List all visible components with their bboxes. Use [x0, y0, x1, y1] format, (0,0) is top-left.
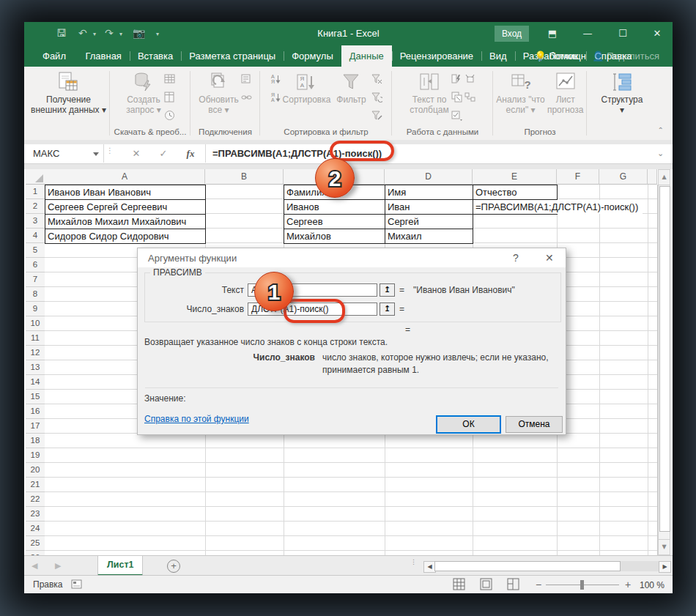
row-header-3[interactable]: 3: [26, 214, 45, 229]
ribbon-button[interactable]: Создатьзапрос ▾: [125, 71, 162, 115]
cell-D4[interactable]: Михаил: [385, 229, 473, 244]
consolidate-icon[interactable]: [464, 73, 475, 87]
cell-A1[interactable]: Иванов Иван Иванович: [45, 185, 206, 200]
zoom-slider-handle[interactable]: [580, 580, 584, 590]
ribbon-button[interactable]: Обновитьвсе ▾: [199, 71, 238, 115]
dialog-close-icon[interactable]: ✕: [545, 252, 554, 264]
ribbon-button[interactable]: Получениевнешних данных ▾: [31, 71, 106, 115]
ok-button[interactable]: ОК: [437, 416, 500, 433]
share-button[interactable]: 👤 Поделиться: [592, 45, 659, 67]
row-header-7[interactable]: 7: [26, 272, 45, 287]
enter-formula-icon[interactable]: ✓: [152, 144, 174, 163]
cell-E2[interactable]: =ПРАВСИМВ(A1;ДЛСТР(A1)-поиск()): [473, 199, 558, 215]
row-header-6[interactable]: 6: [26, 258, 45, 272]
hscroll-thumb[interactable]: [434, 561, 621, 571]
row-header-2[interactable]: 2: [26, 199, 45, 214]
cancel-button[interactable]: Отмена: [506, 416, 563, 433]
select-all-corner[interactable]: [26, 169, 45, 185]
vscroll-up-icon[interactable]: ▲: [659, 170, 670, 185]
expand-formula-bar-icon[interactable]: ⌄: [657, 149, 664, 158]
row-header-19[interactable]: 19: [26, 448, 45, 463]
cell-A3[interactable]: Михайлов Михаил Михайлович: [45, 214, 206, 229]
data-validation-icon[interactable]: [451, 110, 462, 124]
remove-duplicates-icon[interactable]: [451, 92, 462, 105]
field-picker-icon-1[interactable]: ↥: [380, 303, 395, 316]
row-header-11[interactable]: 11: [26, 331, 45, 346]
row-header-9[interactable]: 9: [26, 302, 45, 316]
recent-sources-icon[interactable]: [164, 110, 175, 124]
sheet-prev-icon[interactable]: ◀: [32, 556, 37, 576]
relationships-icon[interactable]: [464, 92, 475, 105]
cell-E1[interactable]: Отчество: [473, 185, 558, 200]
maximize-icon[interactable]: ☐: [612, 22, 634, 45]
cell-A4[interactable]: Сидоров Сидор Сидорович: [45, 229, 206, 244]
sheet-next-icon[interactable]: ▶: [55, 556, 61, 576]
edit-links-icon[interactable]: [241, 92, 252, 105]
vscroll-thumb[interactable]: [659, 186, 670, 532]
ribbon-display-options-icon[interactable]: ⬒: [541, 22, 563, 45]
ribbon-button[interactable]: Листпрогноза: [547, 71, 584, 115]
name-box[interactable]: МАКС: [27, 144, 104, 163]
row-header-23[interactable]: 23: [26, 507, 45, 522]
ribbon-tab-insert[interactable]: Вставка: [130, 45, 181, 67]
macro-record-icon[interactable]: [71, 579, 82, 593]
row-header-1[interactable]: 1: [26, 185, 45, 199]
flash-fill-icon[interactable]: [451, 73, 462, 87]
ribbon-button[interactable]: Структура▾: [601, 71, 643, 115]
row-header-13[interactable]: 13: [26, 360, 45, 375]
row-header-20[interactable]: 20: [26, 463, 45, 478]
cell-C4[interactable]: Михайлов: [284, 229, 385, 244]
hscroll-right-icon[interactable]: ▶: [659, 561, 671, 573]
zoom-in-icon[interactable]: +: [625, 579, 631, 590]
row-header-14[interactable]: 14: [26, 375, 45, 390]
column-header-F[interactable]: F: [557, 169, 599, 185]
function-help-link[interactable]: Справка по этой функции: [144, 414, 249, 424]
row-header-18[interactable]: 18: [26, 434, 45, 448]
field-picker-icon-0[interactable]: ↥: [380, 283, 395, 297]
row-header-21[interactable]: 21: [26, 478, 45, 492]
cell-A2[interactable]: Сергеев Сергей Сергеевич: [45, 199, 206, 215]
row-header-24[interactable]: 24: [26, 522, 45, 536]
ribbon-tab-view[interactable]: Вид: [481, 45, 515, 67]
page-layout-view-icon[interactable]: [480, 578, 492, 590]
page-break-view-icon[interactable]: [507, 578, 519, 590]
row-header-4[interactable]: 4: [26, 229, 45, 243]
add-sheet-icon[interactable]: +: [167, 560, 180, 573]
column-header-D[interactable]: D: [385, 169, 473, 185]
ribbon-tab-data[interactable]: Данные: [341, 45, 392, 67]
ribbon-tab-formulas[interactable]: Формулы: [284, 45, 341, 67]
column-header-A[interactable]: A: [45, 169, 205, 185]
formula-bar-handle[interactable]: ⋮: [106, 149, 114, 152]
row-header-22[interactable]: 22: [26, 492, 45, 507]
clear-filter-icon[interactable]: [371, 73, 382, 87]
collapse-ribbon-icon[interactable]: ⌃: [658, 126, 664, 134]
table-grid-icon[interactable]: [164, 73, 175, 87]
name-box-dropdown-icon[interactable]: [93, 152, 99, 156]
row-header-8[interactable]: 8: [26, 287, 45, 302]
cell-D3[interactable]: Сергей: [385, 214, 473, 229]
insert-function-icon[interactable]: fx: [179, 144, 201, 163]
vscroll-down-icon[interactable]: ▼: [659, 539, 670, 554]
row-header-15[interactable]: 15: [26, 390, 45, 404]
column-header-E[interactable]: E: [473, 169, 557, 185]
row-header-10[interactable]: 10: [26, 316, 45, 331]
ribbon-tab-page-layout[interactable]: Разметка страницы: [181, 45, 284, 67]
signin-button[interactable]: Вход: [495, 26, 529, 42]
zoom-level[interactable]: 100 %: [640, 580, 664, 590]
ribbon-tab-review[interactable]: Рецензирование: [392, 45, 481, 67]
ribbon-button[interactable]: Фильтр: [333, 71, 369, 115]
column-header-B[interactable]: B: [205, 169, 284, 185]
vertical-scrollbar[interactable]: ▲▼: [658, 169, 670, 555]
ribbon-tab-file[interactable]: Файл: [34, 45, 74, 67]
ribbon-tab-home[interactable]: Главная: [77, 45, 129, 67]
cell-C3[interactable]: Сергеев: [284, 214, 385, 229]
cell-C2[interactable]: Иванов: [284, 199, 385, 215]
close-icon[interactable]: ✕: [646, 22, 668, 45]
horizontal-scrollbar[interactable]: [434, 561, 659, 571]
zoom-out-icon[interactable]: −: [536, 579, 541, 590]
dialog-help-icon[interactable]: ?: [513, 252, 519, 264]
cancel-formula-icon[interactable]: ✕: [125, 144, 147, 163]
sort-asc-icon[interactable]: АЯ: [270, 73, 281, 87]
normal-view-icon[interactable]: [453, 578, 465, 590]
properties-icon[interactable]: [241, 73, 252, 87]
